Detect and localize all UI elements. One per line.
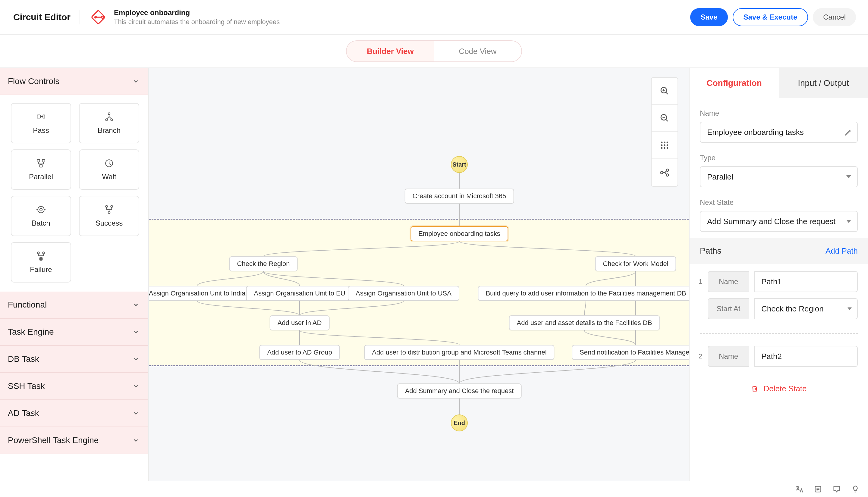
zoom-out-button[interactable]	[652, 105, 677, 132]
tile-success[interactable]: Success	[79, 196, 139, 236]
palette-group-db-task[interactable]: DB Task	[0, 346, 148, 373]
chevron-down-icon	[846, 220, 851, 223]
palette-group-powershell[interactable]: PowerShell Task Engine	[0, 427, 148, 454]
group-title: Functional	[8, 300, 47, 310]
canvas[interactable]: Start Create account in Microsoft 365 Em…	[149, 68, 689, 481]
palette-group-ad-task[interactable]: AD Task	[0, 400, 148, 427]
path-name-input[interactable]: Path1	[754, 271, 858, 292]
palette-group-flow-controls[interactable]: Flow Controls	[0, 68, 148, 95]
node-ou-usa[interactable]: Assign Organisation Unit to USA	[348, 286, 459, 301]
node-add-ad-group[interactable]: Add user to AD Group	[259, 345, 340, 360]
group-title: Flow Controls	[8, 76, 59, 86]
path-block-2: 2 Name Path2	[689, 339, 868, 376]
node-facilities-query[interactable]: Build query to add user information to t…	[478, 286, 689, 301]
chevron-down-icon	[848, 308, 852, 310]
svg-point-22	[664, 142, 665, 143]
pass-icon	[36, 112, 46, 122]
node-notify-facilities[interactable]: Send notification to Facilities Manager	[572, 345, 689, 360]
svg-point-17	[42, 252, 44, 254]
select-type[interactable]: Parallel	[700, 166, 858, 187]
add-path-button[interactable]: Add Path	[826, 246, 858, 256]
circuit-description: This circuit automates the onboarding of…	[114, 18, 280, 26]
node-start[interactable]: Start	[451, 156, 468, 173]
node-parallel-root[interactable]: Employee onboarding tasks	[410, 226, 508, 241]
palette-group-task-engine[interactable]: Task Engine	[0, 319, 148, 346]
path-index: 2	[695, 352, 702, 360]
chat-icon[interactable]	[832, 485, 841, 493]
chevron-down-icon	[846, 175, 851, 178]
tile-batch[interactable]: Batch	[11, 196, 71, 236]
zoom-in-icon	[660, 86, 669, 96]
flow-controls-grid: Pass Branch Parallel Wait Batch Success	[0, 95, 148, 292]
circuit-title: Employee onboarding	[114, 9, 280, 17]
svg-point-29	[667, 147, 668, 149]
tile-label: Batch	[32, 219, 50, 227]
branch-icon	[104, 112, 114, 122]
delete-state-label: Delete State	[764, 384, 807, 393]
tile-parallel[interactable]: Parallel	[11, 150, 71, 190]
svg-point-26	[667, 144, 668, 146]
path-index: 1	[695, 278, 702, 286]
edit-icon[interactable]	[844, 128, 852, 136]
save-execute-button[interactable]: Save & Execute	[733, 8, 808, 26]
bulb-icon[interactable]	[851, 485, 859, 493]
tile-wait[interactable]: Wait	[79, 150, 139, 190]
palette-group-ssh-task[interactable]: SSH Task	[0, 373, 148, 400]
circuit-meta: Employee onboarding This circuit automat…	[114, 9, 280, 26]
palette-group-functional[interactable]: Functional	[0, 292, 148, 319]
batch-icon	[36, 204, 46, 215]
chevron-down-icon	[132, 356, 139, 363]
node-end[interactable]: End	[451, 414, 468, 431]
tile-failure[interactable]: Failure	[11, 242, 71, 283]
node-ou-eu[interactable]: Assign Organisation Unit to EU	[246, 286, 353, 301]
tile-label: Pass	[33, 126, 49, 134]
path-startat-select[interactable]: Check the Region	[754, 298, 858, 319]
tile-label: Wait	[102, 173, 116, 181]
path-name-input[interactable]: Path2	[754, 346, 858, 367]
node-check-region[interactable]: Check the Region	[229, 256, 298, 271]
node-ms365[interactable]: Create account in Microsoft 365	[405, 188, 514, 204]
group-title: Task Engine	[8, 327, 54, 337]
app-title: Circuit Editor	[13, 12, 71, 22]
language-icon[interactable]	[795, 485, 803, 493]
tab-configuration[interactable]: Configuration	[689, 68, 779, 98]
auto-layout-button[interactable]	[652, 159, 677, 186]
node-add-distribution-teams[interactable]: Add user to distribution group and Micro…	[364, 345, 554, 360]
tile-branch[interactable]: Branch	[79, 103, 139, 143]
view-toggle-row: Builder View Code View	[0, 35, 868, 68]
input-state-name[interactable]: Employee onboarding tasks	[700, 122, 858, 143]
chevron-down-icon	[132, 437, 139, 444]
node-ou-india[interactable]: Assign Organisation Unit to India	[149, 286, 253, 301]
svg-point-14	[111, 205, 112, 207]
save-button[interactable]: Save	[690, 8, 728, 26]
svg-rect-3	[43, 115, 45, 118]
fit-grid-button[interactable]	[652, 132, 677, 159]
path-name-label: Name	[708, 346, 748, 367]
cancel-button[interactable]: Cancel	[813, 8, 856, 26]
tile-pass[interactable]: Pass	[11, 103, 71, 143]
view-toggle: Builder View Code View	[346, 40, 522, 62]
tab-builder-view[interactable]: Builder View	[347, 41, 434, 61]
node-add-facilities-db[interactable]: Add user and asset details to the Facili…	[509, 315, 660, 330]
notes-icon[interactable]	[814, 485, 822, 493]
path-block-1: 1 Name Path1 Start At Check the Region	[689, 264, 868, 328]
svg-rect-9	[40, 165, 42, 167]
path-name-label: Name	[708, 271, 748, 292]
node-summary-close[interactable]: Add Summary and Close the request	[397, 383, 522, 398]
auto-layout-icon	[660, 168, 669, 178]
main: Flow Controls Pass Branch Parallel Wait	[0, 68, 868, 481]
tile-label: Failure	[30, 265, 52, 274]
select-next-state[interactable]: Add Summary and Close the request	[700, 211, 858, 232]
tab-input-output[interactable]: Input / Output	[779, 68, 868, 98]
tab-code-view[interactable]: Code View	[434, 41, 521, 61]
group-title: PowerShell Task Engine	[8, 436, 99, 445]
svg-rect-2	[37, 115, 40, 118]
svg-rect-7	[37, 159, 40, 162]
node-check-work-model[interactable]: Check for Work Model	[595, 256, 676, 271]
group-title: AD Task	[8, 409, 39, 418]
delete-state-button[interactable]: Delete State	[689, 376, 868, 401]
node-add-user-ad[interactable]: Add user in AD	[270, 315, 330, 330]
failure-icon	[36, 251, 46, 261]
grid-icon	[660, 140, 669, 150]
zoom-in-button[interactable]	[652, 78, 677, 105]
